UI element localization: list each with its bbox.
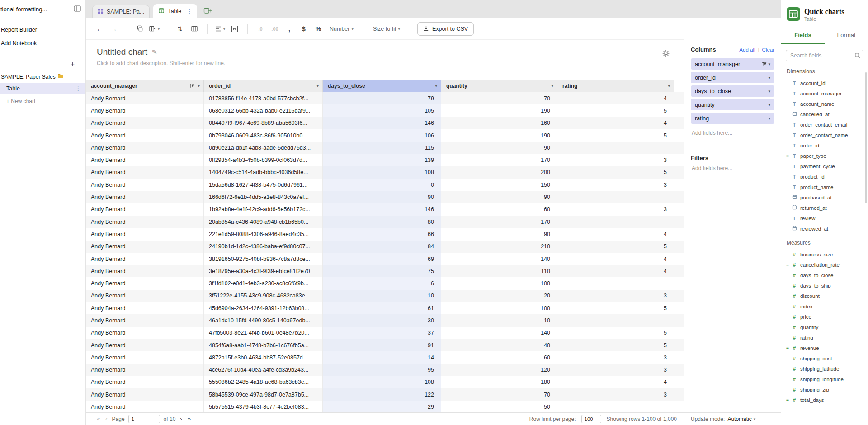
column-header-quantity[interactable]: quantity▾ bbox=[441, 80, 557, 92]
field-paper_type[interactable]: =Tpaper_type bbox=[781, 151, 868, 161]
cell-quantity[interactable]: 60 bbox=[441, 203, 557, 216]
decrease-decimal-icon[interactable]: .0 bbox=[254, 23, 267, 35]
cell-order-id[interactable]: 166d6f72-6e1b-4dd5-a1e8-843c0a7ef... bbox=[204, 191, 323, 203]
last-page-button[interactable]: » bbox=[187, 416, 192, 422]
field-rating[interactable]: #rating bbox=[781, 332, 868, 343]
field-order_contact_email[interactable]: Torder_contact_email bbox=[781, 119, 868, 130]
cell-days-to-close[interactable]: 80 bbox=[323, 216, 441, 228]
cell-order-id[interactable]: 555086b2-2485-4a18-ae68-ba63cb3e... bbox=[204, 376, 323, 388]
cell-order-id[interactable]: 5b575515-4379-4b3f-8c77-4e2bef083... bbox=[204, 401, 323, 412]
column-pill-quantity[interactable]: quantity▾ bbox=[691, 99, 774, 110]
cell-days-to-close[interactable]: 29 bbox=[323, 401, 441, 412]
fit-width-button[interactable] bbox=[228, 23, 241, 35]
cell-quantity[interactable]: 100 bbox=[441, 302, 557, 314]
cell-rating[interactable]: 3 bbox=[557, 203, 674, 216]
cell-account-manager[interactable]: Andy Bernard bbox=[86, 203, 204, 216]
cell-days-to-close[interactable]: 95 bbox=[323, 364, 441, 376]
table-item-menu-icon[interactable]: ⋮ bbox=[75, 85, 81, 92]
cell-account-manager[interactable]: Andy Bernard bbox=[86, 166, 204, 179]
clear-link[interactable]: Clear bbox=[762, 47, 774, 52]
cell-account-manager[interactable]: Andy Bernard bbox=[86, 92, 204, 104]
field-shipping_latitude[interactable]: #shipping_latitude bbox=[781, 364, 868, 374]
cell-quantity[interactable]: 140 bbox=[441, 253, 557, 265]
cell-days-to-close[interactable]: 90 bbox=[323, 191, 441, 203]
size-to-fit-dropdown[interactable]: Size to fit ▾ bbox=[370, 23, 403, 35]
cell-account-manager[interactable]: Andy Bernard bbox=[86, 129, 204, 142]
cell-days-to-close[interactable]: 146 bbox=[323, 203, 441, 216]
field-price[interactable]: #price bbox=[781, 312, 868, 322]
cell-order-id[interactable]: 1404749c-c514-4adb-bbbc-4036d58e... bbox=[204, 166, 323, 179]
cell-quantity[interactable]: 90 bbox=[441, 228, 557, 240]
cell-rating[interactable]: 4 bbox=[557, 376, 674, 388]
cell-rating[interactable] bbox=[557, 314, 674, 326]
cell-account-manager[interactable]: Andy Bernard bbox=[86, 104, 204, 117]
cell-days-to-close[interactable]: 14 bbox=[323, 351, 441, 364]
field-order_id[interactable]: Torder_id bbox=[781, 140, 868, 151]
cell-account-manager[interactable]: Andy Bernard bbox=[86, 364, 204, 376]
chart-title[interactable]: Untitled chart bbox=[97, 47, 147, 57]
cell-rating[interactable]: 3 bbox=[557, 179, 674, 191]
cell-account-manager[interactable]: Andy Bernard bbox=[86, 142, 204, 154]
field-shipping_cost[interactable]: #shipping_cost bbox=[781, 353, 868, 364]
cell-quantity[interactable]: 50 bbox=[441, 401, 557, 412]
cell-account-manager[interactable]: Andy Bernard bbox=[86, 314, 204, 326]
cell-account-manager[interactable]: Andy Bernard bbox=[86, 376, 204, 388]
cell-days-to-close[interactable]: 61 bbox=[323, 302, 441, 314]
cell-account-manager[interactable]: Andy Bernard bbox=[86, 191, 204, 203]
collection-sample-paper-sales[interactable]: SAMPLE: Paper Sales bbox=[0, 71, 85, 83]
cell-days-to-close[interactable]: 91 bbox=[323, 339, 441, 351]
cell-order-id[interactable]: 20ab854a-c436-4089-a948-cb1b65b0... bbox=[204, 216, 323, 228]
cell-order-id[interactable]: 45d6904a-2634-4264-9391-12b63b08... bbox=[204, 302, 323, 314]
cell-quantity[interactable]: 90 bbox=[441, 191, 557, 203]
cell-quantity[interactable]: 150 bbox=[441, 179, 557, 191]
cell-order-id[interactable]: 084497f9-f967-4c69-8b89-aba5693f6... bbox=[204, 117, 323, 129]
prev-page-button[interactable]: ‹ bbox=[104, 416, 108, 422]
field-returned_at[interactable]: returned_at bbox=[781, 203, 868, 213]
cell-account-manager[interactable]: Andy Bernard bbox=[86, 117, 204, 129]
add-collection-button[interactable]: + bbox=[71, 61, 75, 68]
cell-quantity[interactable]: 190 bbox=[441, 104, 557, 117]
cell-rating[interactable]: 5 bbox=[557, 327, 674, 339]
cell-rating[interactable] bbox=[557, 216, 674, 228]
field-business_size[interactable]: #business_size bbox=[781, 249, 868, 260]
field-account_manager[interactable]: Taccount_manager bbox=[781, 88, 868, 99]
cell-days-to-close[interactable]: 105 bbox=[323, 104, 441, 117]
field-days_to_ship[interactable]: #days_to_ship bbox=[781, 280, 868, 291]
cell-order-id[interactable]: 38191650-9275-40bf-b936-7c8a7d8ce... bbox=[204, 253, 323, 265]
scrollbar-thumb[interactable] bbox=[865, 72, 867, 203]
tab-fields[interactable]: Fields bbox=[781, 28, 825, 44]
cell-rating[interactable]: 3 bbox=[557, 388, 674, 401]
cell-rating[interactable] bbox=[557, 142, 674, 154]
table-columns-button[interactable] bbox=[188, 23, 201, 35]
cell-quantity[interactable]: 70 bbox=[441, 388, 557, 401]
field-revenue[interactable]: =#revenue bbox=[781, 343, 868, 353]
cell-quantity[interactable]: 160 bbox=[441, 117, 557, 129]
field-cancelled_at[interactable]: cancelled_at bbox=[781, 109, 868, 119]
cell-order-id[interactable]: 4854f6a8-aab1-4748-b7b6-1c676fb5a... bbox=[204, 339, 323, 351]
cell-order-id[interactable]: 15da56d8-1627-4f38-b475-0d6d7961... bbox=[204, 179, 323, 191]
currency-format-button[interactable]: $ bbox=[297, 23, 310, 35]
cell-order-id[interactable]: 24190b1d-1d2c-4386-baba-ef9d80c07... bbox=[204, 241, 323, 253]
cell-account-manager[interactable]: Andy Bernard bbox=[86, 339, 204, 351]
column-header-days_to_close[interactable]: days_to_close▾ bbox=[323, 80, 441, 92]
cell-quantity[interactable]: 90 bbox=[441, 142, 557, 154]
cell-quantity[interactable]: 170 bbox=[441, 216, 557, 228]
duplicate-icon[interactable] bbox=[133, 23, 146, 35]
field-order_contact_name[interactable]: Torder_contact_name bbox=[781, 130, 868, 140]
cell-days-to-close[interactable]: 146 bbox=[323, 117, 441, 129]
new-tab-button[interactable] bbox=[201, 4, 214, 17]
cell-rating[interactable]: 4 bbox=[557, 92, 674, 104]
field-product_id[interactable]: Tproduct_id bbox=[781, 171, 868, 182]
cell-order-id[interactable]: 0b793046-0609-483c-86f6-905010b0... bbox=[204, 129, 323, 142]
cell-days-to-close[interactable]: 115 bbox=[323, 142, 441, 154]
column-pill-rating[interactable]: rating▾ bbox=[691, 113, 774, 124]
cell-quantity[interactable]: 100 bbox=[441, 277, 557, 289]
page-number-input[interactable] bbox=[128, 415, 160, 423]
chart-settings-gear-icon[interactable] bbox=[662, 50, 670, 58]
cell-account-manager[interactable]: Andy Bernard bbox=[86, 253, 204, 265]
cell-days-to-close[interactable]: 108 bbox=[323, 166, 441, 179]
column-header-account_manager[interactable]: account_manager▾ bbox=[86, 80, 204, 92]
cell-days-to-close[interactable]: 37 bbox=[323, 327, 441, 339]
cell-quantity[interactable]: 170 bbox=[441, 154, 557, 166]
cell-days-to-close[interactable]: 79 bbox=[323, 92, 441, 104]
